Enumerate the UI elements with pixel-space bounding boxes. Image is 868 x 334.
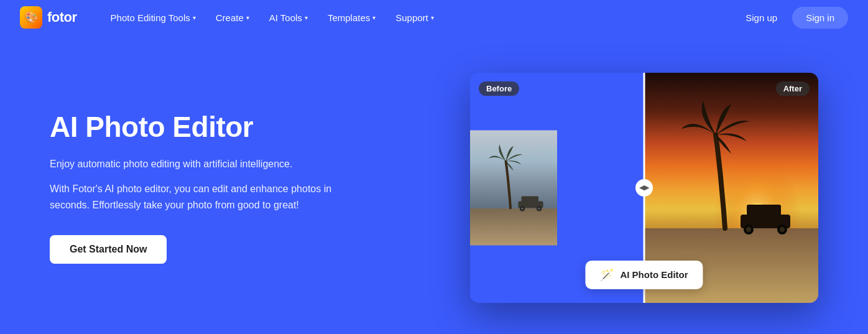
nav-items: Photo Editing Tools ▾ Create ▾ AI Tools … [102, 7, 739, 28]
logo-icon: 🎨 [20, 6, 42, 29]
chevron-down-icon: ▾ [193, 14, 196, 21]
chevron-down-icon: ▾ [246, 14, 249, 21]
hero-description-1: Enjoy automatic photo editing with artif… [50, 156, 361, 172]
svg-rect-14 [747, 205, 781, 216]
sign-up-button[interactable]: Sign up [738, 7, 785, 28]
svg-point-6 [521, 207, 524, 210]
navbar: 🎨 fotor Photo Editing Tools ▾ Create ▾ A… [0, 0, 868, 35]
logo[interactable]: 🎨 fotor [20, 6, 77, 29]
svg-point-16 [746, 227, 751, 232]
comparison-handle[interactable]: ◀▶ [635, 179, 653, 197]
chevron-down-icon: ▾ [305, 14, 308, 21]
hero-description-2: With Fotor's AI photo editor, you can ed… [50, 181, 361, 213]
chevron-down-icon: ▾ [372, 14, 376, 21]
nav-item-ai-tools[interactable]: AI Tools ▾ [261, 7, 316, 28]
sign-in-button[interactable]: Sign in [792, 7, 848, 29]
hero-title: AI Photo Editor [50, 111, 361, 143]
logo-text: fotor [47, 9, 77, 26]
svg-rect-0 [470, 130, 557, 208]
before-label: Before [479, 81, 519, 96]
svg-point-18 [780, 227, 785, 232]
ai-pill[interactable]: 🪄 AI Photo Editor [585, 261, 703, 289]
nav-item-templates[interactable]: Templates ▾ [319, 7, 384, 28]
nav-item-support[interactable]: Support ▾ [387, 7, 443, 28]
hero-image: ◀▶ Before After 🪄 AI Photo Editor [398, 73, 818, 303]
svg-rect-4 [522, 196, 539, 202]
svg-rect-2 [470, 207, 557, 208]
svg-point-8 [538, 207, 540, 210]
chevron-down-icon: ▾ [431, 14, 434, 21]
hero-section: AI Photo Editor Enjoy automatic photo ed… [0, 35, 868, 334]
hero-content: AI Photo Editor Enjoy automatic photo ed… [50, 111, 361, 264]
after-label: After [776, 81, 810, 96]
comparison-container: ◀▶ Before After 🪄 AI Photo Editor [470, 73, 818, 303]
nav-item-create[interactable]: Create ▾ [207, 7, 258, 28]
wand-icon: 🪄 [600, 268, 614, 282]
nav-item-photo-editing-tools[interactable]: Photo Editing Tools ▾ [102, 7, 205, 28]
nav-auth: Sign up Sign in [738, 7, 848, 29]
ai-pill-label: AI Photo Editor [620, 269, 688, 280]
svg-rect-1 [470, 208, 557, 245]
get-started-button[interactable]: Get Started Now [50, 235, 167, 264]
